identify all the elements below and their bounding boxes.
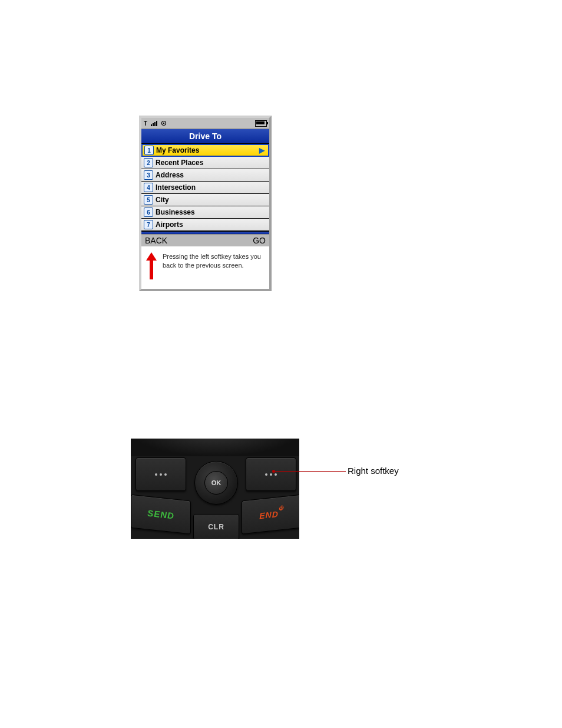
menu-item-city[interactable]: 5 City	[141, 194, 269, 206]
shortcut-badge: 1	[144, 146, 154, 155]
screen-title: Drive To	[141, 129, 269, 144]
left-softkey-button[interactable]	[135, 457, 186, 491]
ok-button[interactable]: OK	[194, 461, 238, 505]
shortcut-badge: 4	[144, 183, 153, 192]
left-softkey-label[interactable]: BACK	[145, 236, 167, 245]
signal-bars-icon	[151, 121, 157, 126]
menu-item-label: Address	[156, 171, 184, 179]
caption-text: Pressing the left softkey takes you back…	[163, 252, 265, 270]
menu-item-airports[interactable]: 7 Airports	[141, 219, 269, 231]
softkey-bar: BACK GO	[141, 234, 269, 246]
chevron-right-icon: ▶	[259, 146, 265, 154]
menu-item-label: Recent Places	[156, 159, 203, 167]
menu-item-label: My Favorites	[156, 146, 199, 154]
shortcut-badge: 5	[144, 195, 153, 205]
send-button[interactable]: SEND	[131, 495, 191, 535]
ok-button-label: OK	[204, 471, 228, 495]
drive-to-menu: 1 My Favorites ▶ 2 Recent Places 3 Addre…	[141, 144, 269, 231]
menu-item-label: Airports	[156, 220, 183, 229]
shortcut-badge: 2	[144, 158, 153, 167]
right-softkey-label[interactable]: GO	[253, 236, 266, 245]
battery-icon	[255, 120, 267, 127]
menu-item-label: Intersection	[156, 183, 196, 192]
up-arrow-icon	[146, 252, 157, 279]
right-softkey-button[interactable]	[246, 457, 296, 491]
status-bar: T	[141, 118, 269, 129]
menu-item-label: City	[156, 196, 169, 204]
svg-marker-2	[146, 252, 157, 279]
keypad-photo: OK SEND END⏻ CLR	[131, 439, 299, 539]
dots-icon	[155, 473, 167, 476]
shortcut-badge: 6	[144, 207, 153, 217]
svg-point-1	[163, 123, 164, 124]
clr-button-label: CLR	[208, 523, 224, 531]
clr-button[interactable]: CLR	[193, 514, 239, 539]
menu-item-label: Businesses	[156, 208, 195, 216]
menu-item-address[interactable]: 3 Address	[141, 169, 269, 182]
signal-icon: T	[144, 120, 147, 127]
dots-icon	[265, 473, 277, 476]
power-icon: ⏻	[279, 505, 284, 511]
callout-line	[274, 471, 346, 472]
shortcut-badge: 3	[144, 170, 153, 180]
menu-item-businesses[interactable]: 6 Businesses	[141, 206, 269, 219]
menu-item-intersection[interactable]: 4 Intersection	[141, 182, 269, 194]
menu-item-recent-places[interactable]: 2 Recent Places	[141, 157, 269, 169]
menu-item-my-favorites[interactable]: 1 My Favorites ▶	[141, 144, 269, 157]
end-button[interactable]: END⏻	[242, 495, 299, 535]
caption-area: Pressing the left softkey takes you back…	[141, 246, 269, 289]
callout-label: Right softkey	[348, 466, 399, 476]
gear-icon	[161, 120, 167, 126]
send-button-label: SEND	[147, 508, 174, 521]
shortcut-badge: 7	[144, 220, 153, 229]
phone-screenshot: T Drive To 1 My Favorites ▶ 2 Recent Pla…	[139, 116, 272, 291]
end-button-label: END⏻	[259, 508, 284, 520]
